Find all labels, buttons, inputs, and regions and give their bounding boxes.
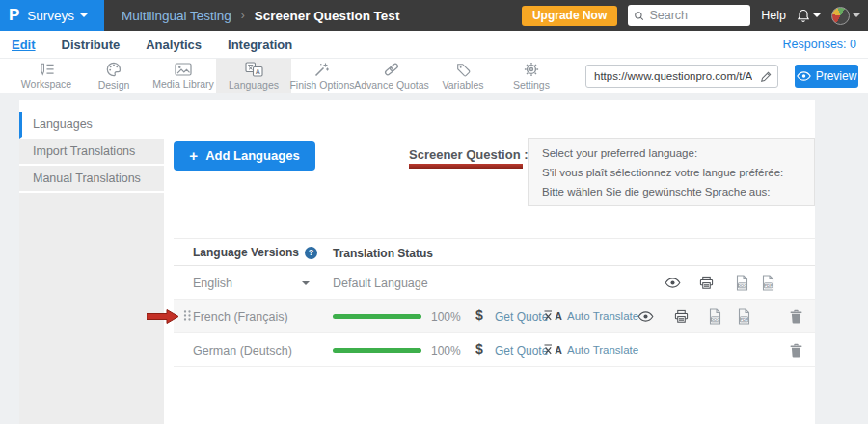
drag-handle[interactable] xyxy=(183,309,192,325)
dollar-icon[interactable]: $ xyxy=(475,307,483,323)
table-row-english: English Default Language DOC PDF xyxy=(174,266,815,300)
preview-language-button[interactable] xyxy=(637,307,654,325)
search-input[interactable] xyxy=(649,9,745,22)
tab-analytics[interactable]: Analytics xyxy=(146,38,202,52)
tab-integration[interactable]: Integration xyxy=(228,38,292,52)
toolbar-item-advance-quotas[interactable]: Advance Quotas xyxy=(354,59,429,93)
survey-url-field[interactable] xyxy=(585,65,778,88)
add-languages-button[interactable]: + Add Languages xyxy=(174,141,315,171)
breadcrumb-parent[interactable]: Multilingual Testing xyxy=(122,9,231,23)
tab-distribute[interactable]: Distribute xyxy=(62,38,121,52)
export-pdf-button[interactable]: PDF xyxy=(759,274,776,291)
gear-icon xyxy=(524,62,539,77)
trash-icon xyxy=(790,309,802,324)
topbar-right-cluster: Upgrade Now Help xyxy=(522,5,868,26)
breadcrumb: Multilingual Testing › Screener Question… xyxy=(122,9,399,23)
export-doc-button[interactable]: DOC xyxy=(706,307,723,325)
auto-translate-icon[interactable]: A xyxy=(543,309,563,325)
notifications-menu[interactable] xyxy=(797,9,821,23)
column-language-versions: Language Versions ? xyxy=(193,246,317,259)
svg-text:DOC: DOC xyxy=(710,316,719,321)
table-header: Language Versions ? Translation Status xyxy=(174,238,815,266)
screener-line-german: Bitte wählen Sie die gewünschte Sprache … xyxy=(542,182,810,201)
toolbar-item-settings[interactable]: Settings xyxy=(494,59,569,93)
toolbar-item-media-library[interactable]: Media Library xyxy=(146,59,221,93)
table-row-german: German (Deutsch) 100% $ Get Quote A Auto… xyxy=(174,333,815,367)
trash-icon xyxy=(790,343,802,358)
translation-percent: 100% xyxy=(431,344,461,358)
default-language-label: Default Language xyxy=(333,277,428,290)
toolbar-item-variables[interactable]: Variables xyxy=(425,59,501,93)
responses-count[interactable]: Responses: 0 xyxy=(783,38,856,51)
print-button[interactable] xyxy=(672,307,690,325)
preview-button[interactable]: Preview xyxy=(795,65,858,88)
export-doc-button[interactable]: DOC xyxy=(733,274,750,291)
language-select[interactable]: English xyxy=(193,277,232,290)
preview-button-label: Preview xyxy=(816,69,857,83)
column-translation-status: Translation Status xyxy=(333,247,433,260)
screener-line-french: S'il vous plaît sélectionnez votre langu… xyxy=(542,163,810,182)
product-menu-label[interactable]: Surveys xyxy=(27,9,88,23)
sidebar-item-import-translations[interactable]: Import Translations xyxy=(19,139,164,166)
workspace-icon xyxy=(39,63,55,76)
auto-translate-link[interactable]: Auto Translate xyxy=(567,310,638,322)
delete-language-button[interactable] xyxy=(787,307,804,325)
pencil-icon xyxy=(760,70,773,83)
image-icon xyxy=(175,63,192,76)
chevron-down-icon[interactable] xyxy=(302,281,310,285)
chevron-down-icon xyxy=(80,13,88,17)
svg-text:PDF: PDF xyxy=(740,316,748,321)
annotation-arrow xyxy=(147,309,179,324)
toolbar-item-finish-options[interactable]: Finish Options xyxy=(285,59,360,93)
toolbar-item-workspace[interactable]: Workspace xyxy=(9,59,84,93)
product-menu[interactable]: P Surveys xyxy=(0,0,104,31)
doc-file-icon: DOC xyxy=(708,308,722,325)
help-link[interactable]: Help xyxy=(761,9,786,22)
language-name: German (Deutsch) xyxy=(193,344,292,358)
tag-icon xyxy=(456,63,471,77)
get-quote-link[interactable]: Get Quote xyxy=(495,310,548,324)
printer-icon xyxy=(674,309,689,324)
svg-text:PDF: PDF xyxy=(764,282,773,287)
svg-text:A: A xyxy=(255,68,259,75)
translation-progress-bar xyxy=(333,314,421,319)
languages-sidebar: Languages Import Translations Manual Tra… xyxy=(19,112,164,424)
avatar xyxy=(831,7,850,25)
sidebar-item-manual-translations[interactable]: Manual Translations xyxy=(19,166,164,193)
auto-translate-link[interactable]: Auto Translate xyxy=(567,344,638,356)
auto-translate-icon[interactable]: A xyxy=(543,343,563,358)
toolbar-item-languages[interactable]: A Languages xyxy=(216,59,291,93)
chevron-down-icon xyxy=(853,13,860,17)
survey-url-input[interactable] xyxy=(586,70,754,82)
translate-icon: A xyxy=(245,62,263,77)
toolbar-item-design[interactable]: Design xyxy=(76,59,151,93)
printer-icon xyxy=(699,276,714,290)
pdf-file-icon: PDF xyxy=(761,275,775,291)
sidebar-item-languages[interactable]: Languages xyxy=(19,112,164,139)
eye-icon xyxy=(797,71,811,81)
languages-table: Language Versions ? Translation Status E… xyxy=(174,238,815,367)
eye-icon xyxy=(637,311,654,322)
preview-language-button[interactable] xyxy=(664,274,681,291)
questionpro-logo-icon: P xyxy=(9,6,19,25)
help-icon[interactable]: ? xyxy=(305,247,317,259)
global-search[interactable] xyxy=(628,5,750,26)
breadcrumb-current: Screener Question Test xyxy=(255,9,400,23)
bell-icon xyxy=(797,9,810,23)
export-pdf-button[interactable]: PDF xyxy=(735,307,752,325)
account-menu[interactable] xyxy=(831,7,860,25)
tab-edit[interactable]: Edit xyxy=(12,38,36,52)
languages-panel: Languages Import Translations Manual Tra… xyxy=(19,100,815,424)
edit-toolbar: Workspace Design Media Library A Languag… xyxy=(0,58,868,93)
eye-icon xyxy=(665,278,681,288)
delete-language-button[interactable] xyxy=(787,341,804,358)
translation-progress-bar xyxy=(333,348,421,353)
get-quote-link[interactable]: Get Quote xyxy=(495,344,548,358)
dollar-icon[interactable]: $ xyxy=(475,341,483,357)
print-button[interactable] xyxy=(697,274,715,291)
survey-nav: Edit Distribute Analytics Integration Re… xyxy=(0,31,868,58)
edit-url-button[interactable] xyxy=(754,66,777,87)
upgrade-now-button[interactable]: Upgrade Now xyxy=(522,6,617,26)
plus-icon: + xyxy=(189,147,198,164)
screener-question-preview: Select your preferred language: S'il vou… xyxy=(528,138,815,206)
